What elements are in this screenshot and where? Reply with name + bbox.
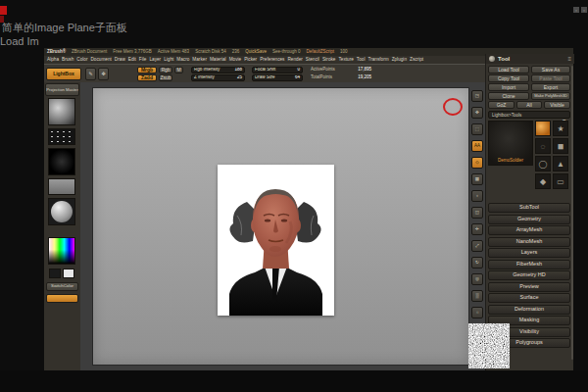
zadd-button[interactable]: Zadd	[137, 74, 157, 81]
section-deformation[interactable]: Deformation	[488, 305, 570, 315]
section-fibermesh[interactable]: FiberMesh	[488, 260, 570, 270]
menu-light[interactable]: Light	[164, 58, 173, 63]
zsub-button[interactable]: Zsub	[159, 74, 172, 81]
alpha-thumbnail[interactable]	[48, 148, 75, 175]
lsym-icon[interactable]: ◫	[471, 207, 483, 219]
texture-thumbnail[interactable]	[48, 178, 75, 195]
load-tool-button[interactable]: Load Tool	[488, 66, 529, 74]
bpr-icon[interactable]: ◳	[471, 90, 483, 102]
section-layers[interactable]: Layers	[488, 248, 570, 258]
menu-stencil[interactable]: Stencil	[306, 58, 319, 63]
secondary-color-swatch[interactable]	[63, 269, 74, 278]
sculpt-head-image[interactable]	[218, 165, 334, 316]
menu-movie[interactable]: Movie	[229, 58, 242, 63]
tool-thumbnail[interactable]: ◼	[553, 138, 568, 154]
local-pivot-icon[interactable]: ⌖	[471, 190, 483, 202]
ghost-icon[interactable]: ☼	[471, 307, 483, 318]
tool-thumbnail-polysphere[interactable]	[535, 121, 551, 136]
menu-alpha[interactable]: Alpha	[47, 58, 59, 63]
solo-icon[interactable]: ◎	[471, 273, 483, 285]
material-thumbnail[interactable]	[48, 198, 75, 225]
mrgb-button[interactable]: Mrgb	[137, 67, 157, 74]
current-brush-thumbnail[interactable]	[48, 98, 75, 125]
gyro-icon[interactable]: ✥	[98, 68, 109, 80]
rgb-intensity-slider[interactable]: Rgb Intensity 188	[191, 67, 245, 74]
rgb-button[interactable]: Rgb	[159, 67, 172, 74]
menu-zplugin[interactable]: Zplugin	[392, 58, 407, 63]
lightbox-tools-bar[interactable]: Lightbox>Tools	[488, 111, 570, 119]
goz-visible-button[interactable]: Visible	[544, 101, 570, 109]
goz-all-button[interactable]: All	[516, 101, 542, 109]
corner-icon[interactable]: ▫	[573, 7, 579, 13]
palette-scrollbar[interactable]	[571, 66, 573, 360]
tool-thumbnail[interactable]: ▲	[553, 156, 568, 172]
move-icon[interactable]: ✛	[471, 223, 483, 235]
menu-draw[interactable]: Draw	[115, 58, 125, 63]
palette-menu-icon[interactable]: ≡	[567, 56, 571, 62]
focal-shift-slider[interactable]: Focal Shift 0	[252, 67, 303, 74]
menu-edit[interactable]: Edit	[128, 58, 136, 63]
lightbox-button[interactable]: LightBox	[46, 68, 81, 80]
menu-document[interactable]: Document	[90, 58, 111, 63]
menu-zscript[interactable]: Zscript	[410, 58, 423, 63]
draw-size-slider[interactable]: Draw Size 64	[252, 74, 303, 81]
color-picker[interactable]	[48, 237, 75, 265]
save-as-button[interactable]: Save As	[531, 66, 570, 74]
menu-picker[interactable]: Picker	[244, 58, 257, 63]
section-surface[interactable]: Surface	[488, 293, 570, 303]
section-subtool[interactable]: SubTool	[488, 203, 570, 213]
menu-render[interactable]: Render	[287, 58, 302, 63]
floor-grid-icon[interactable]: ▦	[471, 173, 483, 185]
canvas-area[interactable]	[80, 82, 485, 370]
quicksave-button[interactable]: QuickSave	[245, 50, 267, 55]
perspective-icon[interactable]: ◇	[471, 157, 483, 169]
clone-button[interactable]: Clone	[488, 92, 529, 100]
section-geometry-hd[interactable]: Geometry HD	[488, 270, 570, 280]
see-through-slider[interactable]: See-through 0	[272, 50, 301, 55]
menu-brush[interactable]: Brush	[62, 58, 74, 63]
menu-marker[interactable]: Marker	[192, 58, 207, 63]
active-tool-thumbnail[interactable]: DemoSoldier	[488, 121, 533, 166]
menu-preferences[interactable]: Preferences	[260, 58, 284, 63]
document[interactable]	[93, 88, 468, 365]
scale-icon[interactable]: ⤢	[471, 240, 483, 252]
menu-color[interactable]: Color	[76, 58, 87, 63]
section-preview[interactable]: Preview	[488, 282, 570, 292]
aa-half-icon[interactable]: AA	[471, 140, 483, 152]
goz-button[interactable]: GoZ	[488, 101, 514, 109]
menu-tool[interactable]: Tool	[357, 58, 366, 63]
copy-tool-button[interactable]: Copy Tool	[488, 74, 529, 82]
menu-texture[interactable]: Texture	[338, 58, 353, 63]
projection-master-button[interactable]: Projection Master	[45, 83, 79, 96]
rotate-icon[interactable]: ↻	[471, 257, 483, 269]
tool-thumbnail[interactable]: ◯	[535, 156, 551, 172]
menu-file[interactable]: File	[139, 58, 147, 63]
menu-transform[interactable]: Transform	[368, 58, 388, 63]
make-polymesh3d-button[interactable]: Make PolyMesh3D	[531, 92, 570, 100]
section-geometry[interactable]: Geometry	[488, 215, 570, 224]
m-button[interactable]: M	[174, 67, 183, 74]
section-arraymesh[interactable]: ArrayMesh	[488, 225, 570, 235]
stroke-thumbnail[interactable]	[48, 128, 75, 145]
menu-material[interactable]: Material	[210, 58, 226, 63]
tool-thumbnail[interactable]: ◆	[535, 173, 551, 189]
transparency-icon[interactable]: ▒	[471, 290, 483, 302]
material-highlight-bar[interactable]	[46, 294, 78, 303]
switch-color-button[interactable]: SwitchColor	[46, 282, 78, 291]
draw-pointer-icon[interactable]: ✎	[85, 68, 96, 80]
actual-size-icon[interactable]: ⬚	[471, 123, 483, 135]
scroll-icon[interactable]: ✥	[471, 107, 483, 119]
section-nanomesh[interactable]: NanoMesh	[488, 237, 570, 247]
tool-thumbnail[interactable]: ▭	[553, 173, 568, 189]
main-color-swatch[interactable]	[49, 269, 61, 278]
menu-stroke[interactable]: Stroke	[322, 58, 336, 63]
export-button[interactable]: Export	[531, 83, 570, 91]
tool-thumbnail[interactable]: ◌	[535, 138, 551, 154]
corner-icon[interactable]: ▫	[581, 7, 587, 13]
menu-macro[interactable]: Macro	[176, 58, 189, 63]
menu-layer[interactable]: Layer	[149, 58, 161, 63]
import-button[interactable]: Import	[488, 83, 529, 91]
z-intensity-slider[interactable]: Z Intensity 25	[191, 74, 245, 81]
tool-thumbnail[interactable]: ★	[553, 121, 568, 136]
paste-tool-button[interactable]: Paste Tool	[531, 74, 570, 82]
